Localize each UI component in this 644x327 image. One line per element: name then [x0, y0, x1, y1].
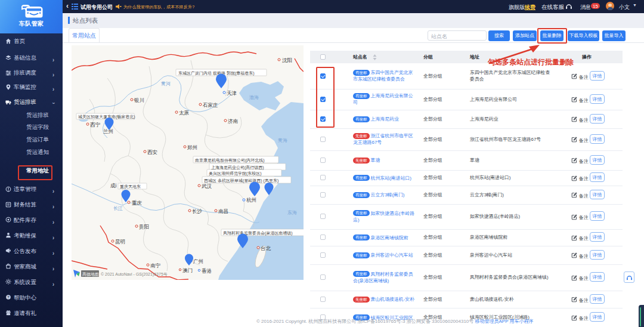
svg-text:重庆天地东: 重庆天地东	[120, 184, 141, 189]
svg-text:武汉: 武汉	[202, 183, 212, 189]
svg-text:天津: 天津	[227, 90, 237, 96]
svg-text:成i: 成i	[110, 183, 117, 189]
svg-text:西城区 余杭区联翠城(篁岭路西) (凤里东): 西城区 余杭区联翠城(篁岭路西) (凤里东)	[204, 178, 278, 183]
svg-text:澳门: 澳门	[182, 267, 193, 273]
svg-text:太原: 太原	[179, 110, 190, 116]
svg-text:广州: 广州	[193, 258, 203, 264]
svg-text:西安: 西安	[147, 149, 158, 155]
svg-text:贵阳: 贵阳	[138, 224, 149, 230]
svg-text:东城区广渠门内培 双桥路 郭院(章福巷东): 东城区广渠门内培 双桥路 郭院(章福巷东)	[178, 71, 255, 76]
svg-text:南昌: 南昌	[218, 208, 228, 214]
svg-text:济南: 济南	[228, 118, 239, 124]
svg-text:昆明: 昆明	[115, 239, 125, 245]
svg-text:高德地图: 高德地图	[82, 272, 99, 277]
svg-text:吴兴区湖州师范学院(东校区): 吴兴区湖州师范学院(东校区)	[209, 171, 262, 176]
svg-text:香港: 香港	[202, 268, 212, 274]
svg-text:郑州: 郑州	[187, 144, 197, 150]
svg-text:凤翔村村务监督委员会(泉港区南埔镇): 凤翔村村务监督委员会(泉港区南埔镇)	[223, 231, 293, 236]
svg-text:石家庄: 石家庄	[203, 102, 218, 108]
svg-text:上海海尼药业公司(高行镇西): 上海海尼药业公司(高行镇西)	[211, 165, 264, 170]
svg-text:重庆: 重庆	[132, 200, 143, 206]
svg-text:黄河: 黄河	[161, 81, 171, 87]
svg-text:长江: 长江	[113, 206, 123, 211]
svg-text:西宁: 西宁	[90, 122, 101, 128]
svg-text:沈阳: 沈阳	[282, 57, 292, 63]
svg-text:南京康尼机电股份有限公司(内环北线): 南京康尼机电股份有限公司(内环北线)	[195, 158, 265, 163]
svg-text:台北: 台北	[261, 245, 271, 251]
svg-text:南宁: 南宁	[150, 263, 161, 269]
svg-text:东海: 东海	[287, 210, 297, 215]
svg-text:杭州: 杭州	[246, 197, 256, 203]
svg-text:© 2021 AutoNavi - GS(2021)6375: © 2021 AutoNavi - GS(2021)6375号	[101, 272, 168, 277]
svg-text:兰州: 兰州	[103, 128, 113, 134]
svg-text:渤海: 渤海	[249, 95, 259, 100]
svg-text:长沙: 长沙	[192, 208, 203, 214]
svg-text:?: ?	[7, 295, 10, 299]
svg-text:银川: 银川	[134, 97, 144, 103]
svg-text:黄海: 黄海	[278, 138, 287, 143]
